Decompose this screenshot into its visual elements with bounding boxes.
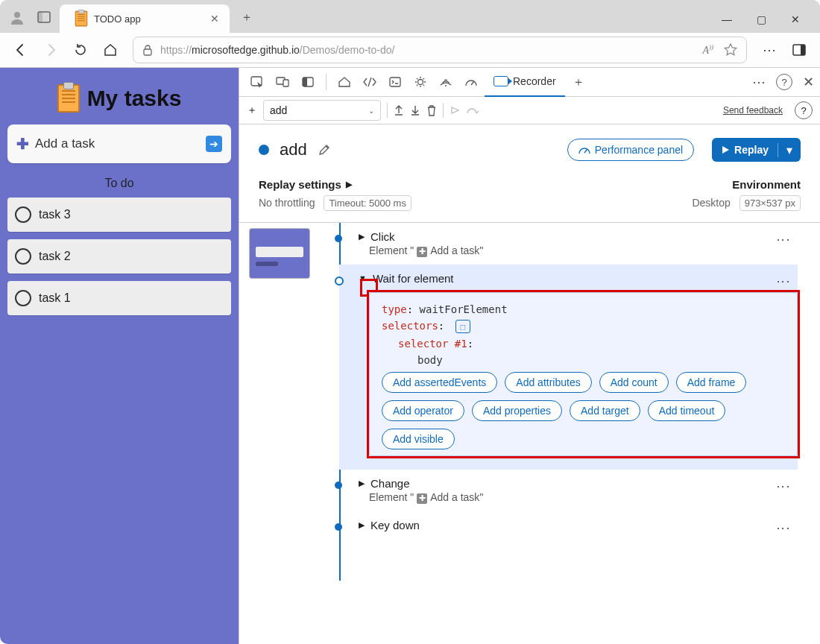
- import-button[interactable]: [410, 104, 420, 116]
- svg-rect-3: [144, 49, 151, 55]
- step-wait-for-element[interactable]: ▼ Wait for element ⋮ type: waitForElemen…: [339, 265, 798, 470]
- help-icon[interactable]: ?: [776, 74, 792, 90]
- svg-point-0: [14, 12, 20, 18]
- task-radio[interactable]: [15, 290, 31, 306]
- close-devtools-button[interactable]: ✕: [803, 74, 814, 90]
- add-frame-button[interactable]: Add frame: [676, 372, 747, 393]
- step-menu-icon[interactable]: ⋮: [775, 275, 792, 287]
- steps-list: ▶Click Element "✚Add a task" ⋮ ▼ Wait fo…: [239, 223, 820, 644]
- read-aloud-icon[interactable]: A)): [702, 43, 713, 57]
- url-text: https://microsoftedge.github.io/Demos/de…: [160, 44, 394, 56]
- add-properties-button[interactable]: Add properties: [472, 400, 562, 421]
- step-menu-icon[interactable]: ⋮: [775, 233, 792, 245]
- clipboard-icon: [57, 84, 80, 113]
- close-window-button[interactable]: ✕: [784, 13, 807, 25]
- svg-rect-2: [38, 12, 42, 22]
- inspect-icon[interactable]: [245, 70, 269, 94]
- add-operator-button[interactable]: Add operator: [382, 400, 464, 421]
- network-icon[interactable]: [434, 70, 458, 94]
- task-item[interactable]: task 2: [7, 239, 231, 274]
- profile-button[interactable]: [6, 6, 28, 28]
- task-radio[interactable]: [15, 248, 31, 265]
- sources-icon[interactable]: [409, 70, 432, 94]
- step-click[interactable]: ▶Click Element "✚Add a task" ⋮: [339, 223, 798, 265]
- tab-favicon: [75, 11, 88, 27]
- add-attributes-button[interactable]: Add attributes: [505, 372, 591, 393]
- add-target-button[interactable]: Add target: [570, 400, 640, 421]
- selector-picker-icon[interactable]: ⬚: [455, 320, 470, 333]
- task-label: task 1: [39, 291, 71, 305]
- step-menu-icon[interactable]: ⋮: [775, 522, 792, 534]
- step-menu-icon[interactable]: ⋮: [775, 480, 792, 492]
- dock-icon[interactable]: [296, 70, 320, 94]
- add-count-button[interactable]: Add count: [599, 372, 669, 393]
- step-change[interactable]: ▶Change Element "✚Add a task" ⋮: [339, 470, 798, 511]
- address-bar[interactable]: https://microsoftedge.github.io/Demos/de…: [133, 37, 747, 63]
- delete-button[interactable]: [426, 104, 437, 116]
- timeout-value: Timeout: 5000 ms: [324, 195, 411, 211]
- more-tools-button[interactable]: ⋯: [752, 74, 766, 90]
- edit-name-icon[interactable]: [318, 143, 331, 157]
- feedback-link[interactable]: Send feedback: [723, 105, 783, 116]
- devtools-tabbar: Recorder ＋ ⋯ ? ✕: [239, 68, 820, 97]
- replay-button[interactable]: Replay ▾: [712, 138, 801, 162]
- tab-actions-button[interactable]: [33, 6, 55, 28]
- throttling-value: No throttling: [259, 197, 315, 209]
- environment-label: Environment: [692, 178, 801, 191]
- replay-settings-label[interactable]: Replay settings ▶: [259, 178, 411, 191]
- sidebar-toggle[interactable]: [786, 37, 813, 63]
- task-label: task 3: [39, 208, 71, 221]
- device-value: Desktop: [692, 197, 730, 209]
- new-recording-button[interactable]: ＋: [247, 104, 257, 117]
- svg-rect-10: [303, 78, 307, 86]
- step-thumbnail[interactable]: [250, 229, 309, 278]
- more-tabs-button[interactable]: ＋: [567, 70, 590, 94]
- tab-title: TODO app: [94, 13, 141, 25]
- performance-panel-button[interactable]: Performance panel: [567, 139, 694, 161]
- recorder-bar: ＋ add ⌄ Send feedback ?: [239, 97, 820, 124]
- window-controls: — ▢ ✕: [716, 13, 820, 25]
- step-over-button[interactable]: [450, 105, 460, 116]
- task-radio[interactable]: [15, 206, 31, 223]
- favorite-icon[interactable]: [724, 43, 737, 57]
- todo-app-pane: My tasks ✚ Add a task ➔ To do task 3 tas…: [0, 68, 239, 644]
- recorder-header: add Performance panel Replay ▾: [239, 124, 820, 175]
- performance-icon[interactable]: [459, 70, 483, 94]
- add-asserted-events-button[interactable]: Add assertedEvents: [382, 372, 497, 393]
- recorder-help-icon[interactable]: ?: [795, 101, 813, 119]
- replay-dropdown[interactable]: ▾: [778, 143, 801, 157]
- back-button[interactable]: [7, 37, 34, 63]
- chevron-down-icon: ⌄: [368, 107, 374, 115]
- maximize-button[interactable]: ▢: [750, 13, 772, 25]
- export-button[interactable]: [394, 104, 404, 116]
- recording-select[interactable]: add ⌄: [263, 100, 381, 121]
- welcome-icon[interactable]: [332, 70, 356, 94]
- task-item[interactable]: task 1: [7, 281, 231, 315]
- reload-button[interactable]: [67, 37, 94, 63]
- add-visible-button[interactable]: Add visible: [382, 429, 455, 449]
- lock-icon: [142, 44, 153, 56]
- submit-arrow-icon[interactable]: ➔: [206, 136, 222, 152]
- device-toggle-icon[interactable]: [271, 70, 294, 94]
- elements-icon[interactable]: [358, 70, 382, 94]
- close-tab-icon[interactable]: ✕: [210, 13, 219, 25]
- new-tab-button[interactable]: ＋: [234, 4, 259, 30]
- gauge-icon: [578, 145, 590, 154]
- tab-recorder[interactable]: Recorder: [485, 67, 565, 97]
- step-button[interactable]: [466, 106, 479, 115]
- menu-button[interactable]: ⋯: [756, 37, 783, 63]
- browser-tab[interactable]: TODO app ✕: [60, 4, 230, 33]
- step-keydown[interactable]: ▶Key down ⋮: [339, 511, 798, 539]
- home-button[interactable]: [97, 37, 124, 63]
- console-icon[interactable]: [383, 70, 407, 94]
- add-task-input[interactable]: ✚ Add a task ➔: [7, 124, 231, 163]
- svg-point-13: [445, 85, 447, 86]
- forward-button[interactable]: [37, 37, 64, 63]
- svg-point-12: [418, 80, 423, 85]
- minimize-button[interactable]: —: [716, 13, 738, 25]
- viewport-value: 973×537 px: [739, 195, 801, 211]
- add-task-placeholder: Add a task: [35, 136, 95, 151]
- task-item[interactable]: task 3: [7, 198, 231, 232]
- add-timeout-button[interactable]: Add timeout: [648, 400, 726, 421]
- recording-status-dot: [259, 145, 269, 155]
